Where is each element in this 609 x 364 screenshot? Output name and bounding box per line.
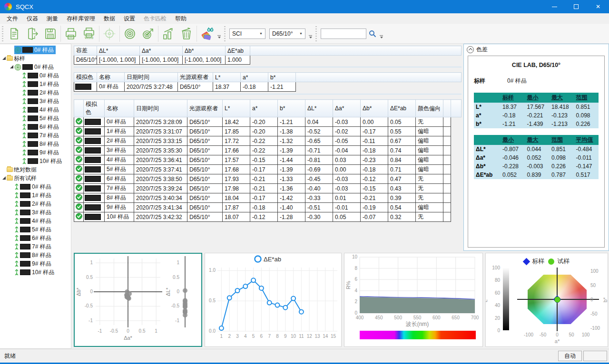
tree-item[interactable]: 所有试样 [0,174,71,182]
menu-item[interactable]: 数据 [99,13,119,24]
tree-item[interactable]: 3# 样品 [0,208,71,217]
illuminant-select[interactable]: D65/10°▼ [269,29,305,39]
new-document-button[interactable] [5,25,23,43]
toolbar-grip[interactable] [2,26,3,41]
toolbar-overflow-button[interactable] [216,25,222,42]
column-header[interactable]: Δb* [361,100,388,117]
tree-item[interactable]: 9# 样品 [0,259,71,268]
lab-wheel-chart-panel[interactable]: 标样 试样 100806040200L*100500-50-100b*-100-… [485,253,608,347]
tree-item[interactable]: 0# 样品 [0,63,71,71]
delta-e-chart-panel[interactable]: 0.00.51.0123456789101112131415ΔE*ab [205,253,342,347]
chart-button[interactable] [159,25,177,43]
menu-item[interactable]: 帮助 [171,13,191,24]
column-header[interactable]: 名称 [105,100,134,117]
column-header[interactable]: a* [241,73,268,82]
save-button[interactable] [41,25,59,43]
column-header[interactable]: L* [223,100,250,117]
scatter-chart-panel[interactable]: -1-1-0.5-0.5000.50.511Δa*Δb*-1-0.500.51Δ… [74,253,202,347]
sample-row[interactable]: 5# 样品2020/7/25 3:37:41D65/10°17.68-0.17-… [74,165,462,174]
tree-item[interactable]: 8# 样品 [0,140,71,148]
column-header[interactable]: 模拟色 [74,73,97,82]
tree-item[interactable]: 2# 样品 [0,88,71,97]
sample-row[interactable]: 1# 样品2020/7/25 3:31:07D65/10°17.85-0.20-… [74,127,462,136]
tree-item[interactable]: 0# 样品 [0,46,71,54]
close-button[interactable]: ✕ [587,0,609,13]
tree-item[interactable]: 1# 样品 [0,80,71,88]
tree-item[interactable]: 1# 样品 [0,191,71,200]
trash-button[interactable] [177,25,196,43]
tree-item[interactable]: 5# 样品 [0,225,71,234]
column-header[interactable]: b* [268,73,296,82]
column-header[interactable]: Δb* [183,46,226,56]
menu-item[interactable]: 设置 [119,13,139,24]
tolerance-row[interactable]: D65/10°[-1.000, 1.000][-1.000, 1.000][-1… [74,56,462,65]
column-header[interactable]: L* [213,73,241,82]
sci-select[interactable]: SCI▼ [229,29,265,39]
tree-expander-icon[interactable] [2,176,7,181]
auto-mode-button[interactable]: 自动 [558,351,582,361]
sample-row[interactable]: 7# 样品2020/7/25 3:39:24D65/10°17.98-0.21-… [74,184,462,193]
column-header[interactable]: 光源观察者 [187,100,223,117]
tree-item[interactable]: 9# 样品 [0,148,71,157]
toolbar-overflow-button[interactable] [307,25,314,42]
sample-row[interactable]: 0# 样品2020/7/25 3:28:09D65/10°18.42-0.20-… [74,117,462,127]
color-card-search-button[interactable] [198,25,216,43]
column-header[interactable]: 颜色偏向 [416,100,443,117]
column-header[interactable] [250,46,462,56]
tree-item[interactable]: 7# 样品 [0,242,71,251]
tree-expander-icon[interactable] [10,65,14,69]
minimize-button[interactable] [543,0,565,13]
menu-item[interactable]: 文件 [2,13,22,24]
tree-item[interactable]: 7# 样品 [0,131,71,140]
menu-item[interactable]: 存样库管理 [62,13,99,24]
tree-item[interactable]: 10# 样品 [0,268,71,277]
column-header[interactable]: ΔL* [305,100,333,117]
tree-item[interactable]: 绝对数据 [0,165,71,174]
column-header[interactable] [443,100,451,117]
column-header[interactable]: ΔE*ab [388,100,416,117]
tree-item[interactable]: 4# 样品 [0,217,71,225]
sample-row[interactable]: 10# 样品2020/7/25 3:42:32D65/10°18.07-0.12… [74,212,462,222]
export-button[interactable] [23,25,41,43]
column-header[interactable]: 模拟色 [84,100,105,117]
print-word-button[interactable]: Word [80,25,98,43]
tree-item[interactable]: 标样 [0,54,71,63]
menu-item[interactable]: 测量 [42,13,62,24]
column-header[interactable]: Δa* [140,46,183,56]
print-button[interactable] [62,25,80,43]
search-icon[interactable] [369,30,376,38]
column-header[interactable]: 容差 [74,46,97,56]
toolbar-grip[interactable] [224,26,226,41]
tree-item[interactable]: 5# 样品 [0,114,71,123]
toolbar-grip[interactable] [315,26,317,41]
measure-sample-button[interactable] [139,25,157,43]
collapse-panel-button[interactable] [467,46,474,53]
tree-item[interactable]: 0# 样品 [0,71,71,80]
tree-item[interactable]: 4# 样品 [0,105,71,114]
column-header[interactable]: 日期时间 [134,100,187,117]
column-header[interactable]: ΔE*ab [226,46,250,56]
column-header[interactable] [74,100,84,117]
measure-standard-button[interactable] [121,25,139,43]
tree-item[interactable]: 2# 样品 [0,200,71,208]
column-header[interactable] [296,73,462,82]
sample-row[interactable]: 6# 样品2020/7/25 3:38:50D65/10°17.93-0.21-… [74,174,462,184]
spectral-chart-panel[interactable]: 0246810400450500550600650700R%波长(nm) [344,253,483,347]
tree-item[interactable]: 6# 样品 [0,123,71,131]
column-header[interactable] [451,100,462,117]
column-header[interactable]: b* [278,100,305,117]
column-header[interactable]: 光源观察者 [178,73,213,82]
column-header[interactable]: a* [250,100,278,117]
menu-item[interactable]: 仪器 [22,13,42,24]
column-header[interactable]: ΔL* [97,46,140,56]
tree-item[interactable]: 8# 样品 [0,251,71,259]
tree-item[interactable]: 6# 样品 [0,234,71,242]
maximize-button[interactable] [565,0,587,13]
tree-expander-icon[interactable] [2,56,7,61]
tree-item[interactable]: 10# 样品 [0,157,71,165]
column-header[interactable]: 名称 [97,73,125,82]
sample-row[interactable]: 3# 样品2020/7/25 3:35:30D65/10°17.66-0.22-… [74,146,462,155]
sample-row[interactable]: 2# 样品2020/7/25 3:33:15D65/10°17.72-0.22-… [74,136,462,146]
sample-row[interactable]: 9# 样品2020/7/25 3:41:34D65/10°17.87-0.18-… [74,203,462,212]
column-header[interactable]: 日期时间 [125,73,178,82]
